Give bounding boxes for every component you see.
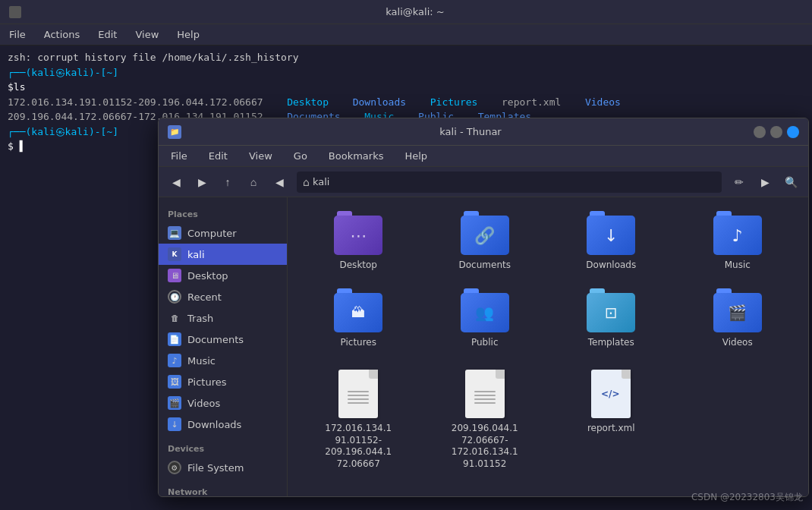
desktop-icon: 🖥	[168, 269, 181, 282]
forward-button[interactable]: ▶	[190, 172, 213, 193]
term-error-text: zsh: corrupt history file /home/kali/.zs…	[8, 50, 299, 65]
thunar-menu-edit[interactable]: Edit	[204, 149, 232, 163]
thunar-menubar[interactable]: File Edit View Go Bookmarks Help	[159, 146, 808, 167]
downloads-label: Downloads	[187, 419, 241, 430]
pictures-folder-icon: 🏔	[334, 293, 382, 332]
menu-file[interactable]: File	[6, 27, 29, 42]
window-controls[interactable]	[754, 126, 799, 138]
desktop-folder-icon: ⋯	[334, 216, 382, 255]
thunar-menu-bookmarks[interactable]: Bookmarks	[324, 149, 389, 163]
breadcrumb-label: kali	[313, 176, 330, 187]
home-icon: ⌂	[303, 176, 310, 188]
menu-actions[interactable]: Actions	[41, 27, 83, 42]
public-folder-label: Public	[471, 337, 499, 349]
sidebar-item-filesystem[interactable]: ⚙ File System	[159, 457, 287, 478]
places-section: Places 💻 Computer K kali 🖥 Desktop 🕐 Rec…	[159, 203, 287, 438]
sidebar-item-documents[interactable]: 📄 Documents	[159, 329, 287, 350]
devices-section: Devices ⚙ File System	[159, 438, 287, 481]
home-button[interactable]: ⌂	[242, 172, 265, 193]
back-button[interactable]: ◀	[165, 172, 187, 193]
sidebar-item-trash[interactable]: 🗑 Trash	[159, 307, 287, 329]
terminal-menubar[interactable]: File Actions Edit View Help	[0, 24, 812, 46]
thunar-menu-file[interactable]: File	[166, 149, 192, 163]
term-videos: Videos	[585, 95, 621, 110]
term-file-1: 172.016.134.191.01152-209.196.044.172.06…	[8, 95, 275, 110]
sidebar-item-computer[interactable]: 💻 Computer	[159, 222, 287, 244]
file-2[interactable]: 209.196.044.172.06667-172.016.134.191.01…	[426, 364, 544, 476]
downloads-folder-label: Downloads	[586, 260, 636, 272]
recent-icon: 🕐	[168, 290, 181, 304]
sidebar-item-pictures[interactable]: 🖼 Pictures	[159, 371, 287, 392]
folder-downloads[interactable]: ↓ Downloads	[552, 209, 670, 278]
file-2-label: 209.196.044.172.06667-172.016.134.191.01…	[451, 423, 519, 470]
folder-videos[interactable]: 🎬 Videos	[679, 287, 797, 355]
sidebar-item-kali[interactable]: K kali	[159, 244, 287, 265]
thunar-titlebar: 📁 kali - Thunar	[159, 118, 808, 146]
thunar-menu-go[interactable]: Go	[289, 149, 312, 163]
network-title: Network	[159, 484, 287, 496]
file-xml[interactable]: </> report.xml	[552, 364, 670, 476]
edit-path-button[interactable]: ✏	[728, 172, 751, 193]
documents-folder-label: Documents	[459, 260, 511, 272]
filesystem-icon: ⚙	[168, 461, 181, 474]
xml-icon: </>	[591, 370, 631, 418]
folder-desktop[interactable]: ⋯ Desktop	[300, 209, 417, 278]
folder-templates[interactable]: ⊡ Templates	[552, 287, 670, 355]
file-grid: ⋯ Desktop 🔗 Documents ↓	[300, 209, 796, 477]
term-dollar-1: $	[8, 80, 14, 95]
file-1-icon	[338, 370, 378, 418]
up-button[interactable]: ↑	[216, 172, 239, 193]
search-button[interactable]: 🔍	[779, 172, 802, 193]
menu-view[interactable]: View	[132, 27, 162, 42]
trash-label: Trash	[187, 313, 213, 324]
term-ls-cmd: ls	[14, 80, 26, 95]
sidebar: Places 💻 Computer K kali 🖥 Desktop 🕐 Rec…	[159, 197, 288, 496]
desktop-label: Desktop	[187, 270, 228, 282]
pictures-folder-label: Pictures	[340, 337, 376, 349]
thunar-menu-help[interactable]: Help	[400, 149, 432, 163]
trash-icon: 🗑	[168, 311, 181, 325]
sidebar-item-videos[interactable]: 🎬 Videos	[159, 392, 287, 414]
kali-label: kali	[187, 249, 205, 260]
folder-documents[interactable]: 🔗 Documents	[426, 209, 544, 278]
file-1[interactable]: 172.016.134.191.01152-209.196.044.172.06…	[300, 364, 417, 476]
terminal-titlebar: kali@kali: ~	[0, 0, 812, 24]
public-folder-icon: 👥	[461, 293, 509, 332]
xml-label: report.xml	[587, 423, 635, 435]
music-folder-label: Music	[725, 260, 751, 272]
breadcrumb-toggle[interactable]: ◀	[268, 172, 291, 193]
computer-label: Computer	[187, 228, 237, 239]
documents-label: Documents	[187, 334, 244, 345]
templates-folder-icon: ⊡	[587, 293, 635, 332]
term-error-line: zsh: corrupt history file /home/kali/.zs…	[8, 50, 804, 65]
term-prompt-text-1: ┌──(kali㉿kali)-[~]	[8, 65, 118, 80]
thunar-main: Places 💻 Computer K kali 🖥 Desktop 🕐 Rec…	[159, 197, 808, 496]
term-output-1: 172.016.134.191.01152-209.196.044.172.06…	[8, 95, 804, 110]
file-area: ⋯ Desktop 🔗 Documents ↓	[288, 197, 808, 496]
templates-folder-label: Templates	[588, 337, 634, 349]
sidebar-item-downloads[interactable]: ↓ Downloads	[159, 414, 287, 435]
sidebar-item-music[interactable]: ♪ Music	[159, 350, 287, 371]
menu-edit[interactable]: Edit	[95, 27, 120, 42]
pictures-label: Pictures	[187, 376, 226, 388]
sidebar-item-desktop[interactable]: 🖥 Desktop	[159, 265, 287, 286]
close-button[interactable]	[787, 126, 799, 138]
folder-public[interactable]: 👥 Public	[426, 287, 544, 355]
thunar-app-icon: 📁	[168, 125, 181, 139]
minimize-button[interactable]	[754, 126, 766, 138]
breadcrumb-next[interactable]: ▶	[754, 172, 776, 193]
folder-music[interactable]: ♪ Music	[679, 209, 797, 278]
term-downloads: Downloads	[353, 95, 418, 110]
computer-icon: 💻	[168, 226, 181, 240]
menu-help[interactable]: Help	[174, 27, 203, 42]
maximize-button[interactable]	[770, 126, 782, 138]
term-cmd-1: $ ls	[8, 80, 804, 95]
term-desktop: Desktop	[287, 95, 340, 110]
devices-title: Devices	[159, 441, 287, 457]
terminal-title: kali@kali: ~	[27, 6, 803, 17]
videos-folder-icon: 🎬	[713, 293, 762, 332]
folder-pictures[interactable]: 🏔 Pictures	[300, 287, 417, 355]
sidebar-item-recent[interactable]: 🕐 Recent	[159, 286, 287, 307]
thunar-menu-view[interactable]: View	[244, 149, 277, 163]
thunar-title: kali - Thunar	[187, 126, 754, 137]
